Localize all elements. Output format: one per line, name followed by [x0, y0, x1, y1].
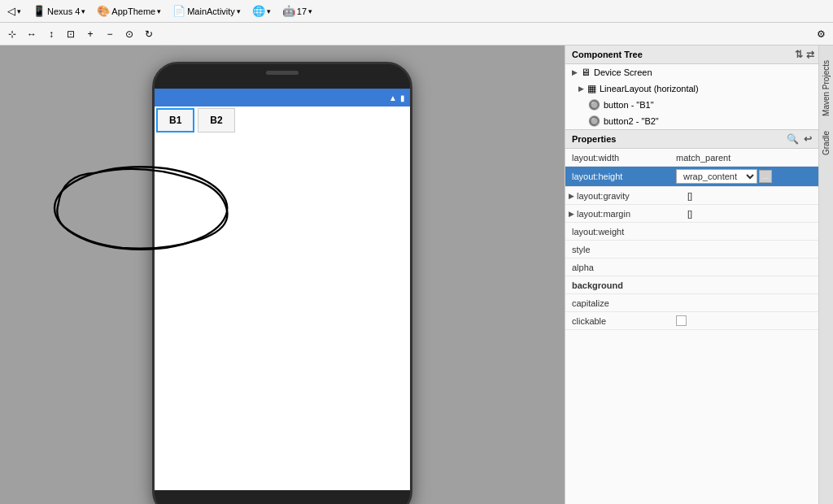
prop-height-edit-btn[interactable]: …	[759, 170, 772, 183]
tree-device-label: Device Screen	[594, 67, 652, 77]
activity-icon: 📄	[172, 5, 185, 17]
tree-expand-ll-icon: ▶	[578, 85, 584, 93]
sync-btn[interactable]: ↻	[140, 26, 158, 42]
prop-dropdown-container: wrap_content match_parent fill_parent …	[676, 169, 828, 184]
zoom-fit-btn[interactable]: ⊡	[62, 26, 80, 42]
prop-name-layout-width: layout:width	[565, 150, 671, 165]
toolbar-design: ⊹ ↔ ↕ ⊡ + − ⊙ ↻ ⚙	[0, 23, 833, 46]
prop-capitalize: capitalize	[565, 294, 833, 312]
toolbar-mainactivity[interactable]: 📄 MainActivity ▾	[168, 2, 245, 20]
battery-icon: ▮	[400, 93, 405, 102]
status-bar: ▲ ▮	[155, 89, 410, 106]
prop-name-layout-height: layout:height	[565, 169, 671, 184]
tree-linearlayout[interactable]: ▶ ▦ LinearLayout (horizontal)	[565, 80, 833, 97]
back-icon: ◁	[7, 5, 15, 17]
tree-ll-label: LinearLayout (horizontal)	[600, 84, 699, 93]
prop-value-background	[671, 283, 833, 288]
globe-icon: 🌐	[252, 5, 265, 17]
phone-bottom-bar	[155, 490, 410, 504]
tree-button2[interactable]: 🔘 button2 - "B2"	[565, 113, 833, 129]
prop-name-capitalize: capitalize	[565, 296, 671, 311]
prop-layout-gravity: ▶ layout:gravity []	[565, 187, 833, 205]
phone-mockup: ▲ ▮ B1 B2	[152, 62, 412, 504]
zoom-out-btn[interactable]: −	[101, 26, 119, 42]
prop-value-alpha	[671, 265, 833, 270]
refresh-preview-btn[interactable]: ⊙	[120, 26, 138, 42]
prop-value-clickable	[671, 313, 833, 328]
toolbar-api-version[interactable]: 🤖 17 ▾	[278, 2, 316, 20]
tree-device-screen[interactable]: ▶ 🖥 Device Screen	[565, 64, 833, 80]
prop-name-alpha: alpha	[565, 260, 671, 275]
prop-value-capitalize	[671, 301, 833, 306]
tree-expand-icon: ▶	[572, 68, 578, 76]
prop-value-style	[671, 247, 833, 252]
toolbar-locale[interactable]: 🌐 ▾	[248, 2, 275, 20]
maven-projects-tab[interactable]: Maven Projects	[820, 54, 832, 123]
sort-type-icon[interactable]: ⇄	[806, 49, 814, 60]
button-icon-1: 🔘	[588, 99, 600, 111]
android-icon: 🤖	[282, 5, 295, 17]
gradle-tab[interactable]: Gradle	[820, 124, 832, 162]
prop-name-layout-gravity: layout:gravity	[577, 189, 683, 203]
toolbar-back-btn[interactable]: ◁ ▾	[3, 2, 25, 20]
component-tree-title: Component Tree	[572, 50, 643, 59]
prop-layout-height[interactable]: layout:height wrap_content match_parent …	[565, 167, 833, 187]
props-search-icon[interactable]: 🔍	[787, 133, 799, 145]
phone-top-bar	[155, 64, 410, 89]
design-canvas[interactable]: ▲ ▮ B1 B2	[0, 46, 565, 504]
properties-panel: Properties 🔍 ↩ ▼ layout:width match_pare…	[565, 130, 833, 504]
prop-height-select[interactable]: wrap_content match_parent fill_parent	[676, 169, 757, 184]
move-h-btn[interactable]: ↔	[23, 26, 41, 42]
zoom-in-btn[interactable]: +	[81, 26, 99, 42]
prop-name-layout-weight: layout:weight	[565, 224, 671, 239]
wifi-icon: ▲	[389, 93, 397, 102]
component-tree-panel: Component Tree ⇅ ⇄ ⚙ ▶ 🖥 Device Screen ▶…	[565, 46, 833, 130]
prop-clickable-checkbox[interactable]	[676, 315, 687, 326]
prop-margin-expand-icon[interactable]: ▶	[565, 210, 577, 218]
phone-icon: 📱	[33, 5, 46, 17]
prop-layout-margin: ▶ layout:margin []	[565, 205, 833, 223]
button-b2[interactable]: B2	[198, 108, 234, 133]
prop-name-style: style	[565, 242, 671, 257]
main-content: ▲ ▮ B1 B2 Component Tree ⇅	[0, 46, 833, 504]
tree-button1-label: button - "B1"	[604, 100, 654, 110]
phone-speaker	[266, 71, 299, 75]
move-v-btn[interactable]: ↕	[42, 26, 60, 42]
tree-button2-label: button2 - "B2"	[604, 116, 659, 126]
prop-background: background	[565, 276, 833, 294]
prop-value-layout-height: wrap_content match_parent fill_parent …	[671, 167, 833, 186]
prop-alpha: alpha	[565, 259, 833, 276]
toolbar-nexus[interactable]: 📱 Nexus 4 ▾	[28, 2, 89, 20]
prop-value-layout-weight	[671, 229, 833, 234]
prop-value-layout-width: match_parent	[671, 150, 833, 165]
button-icon-2: 🔘	[588, 115, 600, 127]
tree-button1[interactable]: 🔘 button - "B1"	[565, 97, 833, 113]
right-panel: Component Tree ⇅ ⇄ ⚙ ▶ 🖥 Device Screen ▶…	[565, 46, 833, 504]
properties-title: Properties	[572, 134, 616, 144]
component-tree-header: Component Tree ⇅ ⇄ ⚙	[565, 46, 833, 64]
properties-header: Properties 🔍 ↩ ▼	[565, 130, 833, 149]
prop-gravity-expand-icon[interactable]: ▶	[565, 192, 577, 200]
prop-name-background: background	[565, 278, 671, 293]
device-icon: 🖥	[581, 67, 591, 78]
select-btn[interactable]: ⊹	[3, 26, 21, 42]
prop-name-layout-margin: layout:margin	[577, 206, 683, 221]
side-tabs: Maven Projects Gradle	[818, 46, 833, 504]
prop-layout-width: layout:width match_parent	[565, 149, 833, 167]
prop-name-clickable: clickable	[565, 314, 671, 328]
sort-alpha-icon[interactable]: ⇅	[795, 49, 803, 60]
toolbar-top: ◁ ▾ 📱 Nexus 4 ▾ 🎨 AppTheme ▾ 📄 MainActiv…	[0, 0, 833, 23]
prop-style: style	[565, 241, 833, 259]
prop-clickable: clickable	[565, 312, 833, 330]
button-container: B1 B2	[155, 106, 237, 134]
props-undo-icon[interactable]: ↩	[804, 133, 812, 145]
phone-screen[interactable]: B1 B2	[155, 106, 410, 490]
button-b1[interactable]: B1	[156, 108, 194, 133]
prop-layout-weight: layout:weight	[565, 223, 833, 241]
prop-value-layout-gravity: []	[683, 189, 833, 203]
toolbar-apptheme[interactable]: 🎨 AppTheme ▾	[93, 2, 165, 20]
theme-icon: 🎨	[97, 5, 110, 17]
prop-value-layout-margin: []	[683, 206, 833, 221]
layout-icon: ▦	[587, 83, 596, 94]
settings-btn[interactable]: ⚙	[812, 26, 830, 42]
